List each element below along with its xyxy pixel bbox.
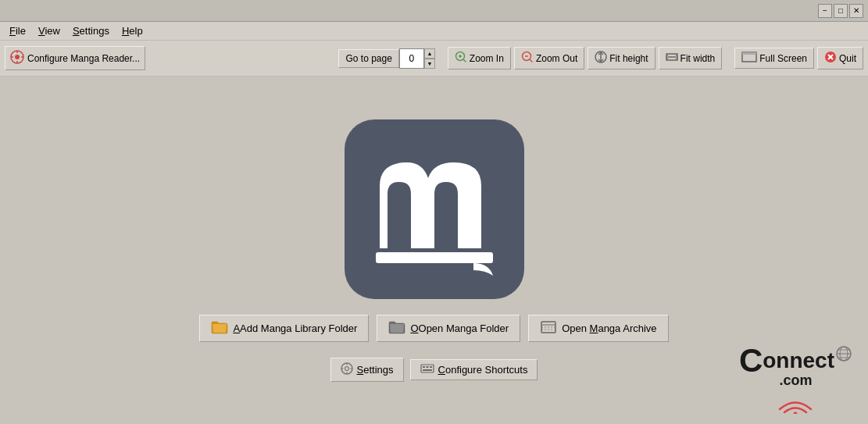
menu-view[interactable]: View <box>32 23 66 38</box>
configure-shortcuts-button[interactable]: Configure Shortcuts <box>410 359 538 380</box>
svg-rect-43 <box>426 366 428 368</box>
page-input[interactable]: 0 <box>399 48 424 69</box>
zoom-in-button[interactable]: Zoom In <box>448 47 511 69</box>
title-bar: − □ ✕ <box>0 0 868 22</box>
zoom-in-icon <box>455 51 467 66</box>
bottom-buttons-row: Settings Configure Shortcuts <box>330 358 538 382</box>
wifi-signal <box>776 392 815 416</box>
main-content: AAdd Manga Library Folder OOpen Manga Fo… <box>0 77 868 424</box>
archive-icon <box>540 320 557 337</box>
watermark: C onnect .com <box>739 344 852 416</box>
fullscreen-icon <box>741 52 757 65</box>
zoom-out-icon <box>521 51 534 66</box>
zoom-in-label: Zoom In <box>470 53 504 64</box>
svg-rect-30 <box>376 252 493 263</box>
fullscreen-button[interactable]: Full Screen <box>734 48 814 69</box>
keyboard-icon <box>420 364 434 376</box>
svg-line-12 <box>530 59 533 62</box>
quit-button[interactable]: Quit <box>817 47 863 69</box>
page-down-button[interactable]: ▼ <box>424 59 435 69</box>
settings-icon <box>341 362 353 377</box>
connect-c-letter: C <box>739 344 763 377</box>
dot-com-text: .com <box>779 372 812 389</box>
settings-label: Settings <box>357 364 394 376</box>
settings-button[interactable]: Settings <box>330 358 404 382</box>
globe-icon <box>835 345 852 362</box>
open-folder-label: OOpen Manga Folder <box>410 322 509 334</box>
goto-label: Go to page <box>338 49 398 68</box>
svg-point-36 <box>345 366 348 370</box>
logo-svg <box>364 139 505 280</box>
fit-width-label: Fit width <box>680 53 716 64</box>
fit-width-icon <box>666 51 678 66</box>
fit-height-button[interactable]: Fit height <box>588 47 655 69</box>
configure-shortcuts-label: Configure Shortcuts <box>438 364 528 376</box>
svg-rect-41 <box>421 365 434 372</box>
restore-button[interactable]: □ <box>834 4 848 18</box>
add-library-label: AAdd Manga Library Folder <box>233 322 357 334</box>
open-manga-archive-button[interactable]: Open Manga Archive <box>528 315 668 342</box>
menu-settings[interactable]: Settings <box>66 23 116 38</box>
fit-width-button[interactable]: Fit width <box>659 47 723 69</box>
connect-text: onnect <box>763 350 834 372</box>
toolbar: Configure Manga Reader... Go to page 0 ▲… <box>0 41 868 77</box>
configure-label: Configure Manga Reader... <box>27 53 140 64</box>
svg-point-51 <box>794 412 798 415</box>
quit-icon <box>824 51 837 66</box>
open-archive-label: Open Manga Archive <box>562 322 656 334</box>
svg-rect-45 <box>423 369 432 371</box>
menu-file[interactable]: File <box>3 23 32 38</box>
configure-manga-reader-button[interactable]: Configure Manga Reader... <box>5 46 145 70</box>
settings-gear-icon <box>10 50 24 66</box>
zoom-out-label: Zoom Out <box>536 53 577 64</box>
quit-label: Quit <box>839 53 856 64</box>
fit-height-icon <box>595 51 607 66</box>
page-spinners: ▲ ▼ <box>424 48 435 69</box>
svg-line-9 <box>463 59 466 62</box>
open-folder-icon <box>388 320 405 337</box>
menu-help[interactable]: Help <box>116 23 149 38</box>
svg-rect-26 <box>742 52 756 55</box>
zoom-out-button[interactable]: Zoom Out <box>514 47 584 69</box>
fullscreen-label: Full Screen <box>759 53 807 64</box>
svg-point-1 <box>15 55 20 59</box>
page-up-button[interactable]: ▲ <box>424 48 435 59</box>
svg-rect-42 <box>423 366 425 368</box>
add-manga-library-button[interactable]: AAdd Manga Library Folder <box>199 315 369 342</box>
svg-rect-44 <box>430 366 432 368</box>
add-folder-icon <box>211 320 228 337</box>
action-buttons-row: AAdd Manga Library Folder OOpen Manga Fo… <box>199 315 668 342</box>
menu-bar: File View Settings Help <box>0 22 868 41</box>
app-logo <box>345 119 524 299</box>
goto-page-group: Go to page 0 ▲ ▼ <box>338 48 434 69</box>
fit-height-label: Fit height <box>609 53 648 64</box>
close-button[interactable]: ✕ <box>849 4 863 18</box>
minimize-button[interactable]: − <box>818 4 832 18</box>
open-manga-folder-button[interactable]: OOpen Manga Folder <box>377 315 520 342</box>
